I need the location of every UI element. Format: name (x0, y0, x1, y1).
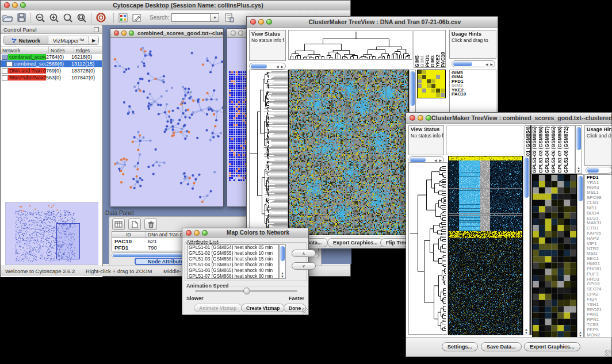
zoom-in-button[interactable] (47, 12, 61, 24)
column-header-network[interactable]: Network (1, 47, 49, 53)
scroll-arrows-icon[interactable]: ▲▼ (281, 271, 284, 278)
usage-hints-hscrollbar[interactable]: ◀ ▶ (452, 60, 495, 67)
column-label[interactable]: GIM4 (419, 55, 424, 67)
attribute-item[interactable]: GPL51-03 (GSM856) heat shock 15 min (189, 256, 278, 262)
treeview1-titlebar[interactable]: ClusterMaker TreeView : DNA and Tran 07-… (247, 17, 498, 28)
column-dendrogram[interactable] (288, 30, 412, 60)
row-label[interactable]: PAC10 (452, 92, 494, 96)
scrollbar-thumb[interactable] (410, 71, 415, 106)
resize-grip[interactable] (302, 308, 308, 314)
minimize-icon[interactable] (121, 30, 127, 36)
gene-label-list[interactable]: PFD1YRA1RNR4MSL1SPC98CLN1NIS1BUD4ELG1MAK… (584, 174, 612, 338)
tab-overflow-arrow[interactable]: ▶ (89, 36, 98, 44)
column-header-edges[interactable]: Edges (74, 47, 102, 53)
zoom-selected-button[interactable] (61, 12, 75, 24)
browser-icon[interactable] (223, 12, 236, 24)
tv2-column-labels[interactable]: GPL51-01 (GSM854)GPL51-02 (GSM855)GPL51-… (525, 125, 575, 174)
scroll-arrows-icon[interactable]: ▲▼ (577, 166, 580, 173)
column-label[interactable]: GPL51-07 (GSM868) (557, 127, 563, 173)
search-dropdown-icon[interactable]: ▼ (211, 13, 219, 22)
export-graphics-button[interactable]: Export Graphics... (327, 238, 384, 247)
zoom-window-icon[interactable] (266, 19, 272, 25)
new-attribute-button[interactable] (128, 219, 141, 230)
close-icon[interactable] (410, 115, 415, 121)
column-label[interactable]: PAC10 (440, 52, 445, 67)
row-dendrogram-canvas[interactable] (409, 163, 447, 334)
close-icon[interactable] (4, 2, 10, 8)
network-view-canvas[interactable] (110, 38, 223, 206)
column-label[interactable]: GPL51-02 (GSM855) (531, 127, 538, 173)
minimize-icon[interactable] (12, 2, 18, 8)
attribute-item[interactable]: GPL51-06 (GSM865) heat shock 40 min (189, 268, 278, 274)
network-row[interactable]: combined_sco2569(6)13112(15) (1, 60, 102, 67)
scroll-arrows-icon[interactable]: ◀ ▶ (276, 64, 285, 68)
attribute-item[interactable]: GPL51-02 (GSM855) heat shock 10 min (189, 251, 278, 256)
close-icon[interactable] (231, 30, 236, 36)
network-row[interactable]: combined_scores2764(0)16218(0) (1, 53, 102, 60)
zoom-window-icon[interactable] (20, 2, 26, 8)
attribute-item[interactable]: GPL51-07 (GSM868) heat shock 60 min (189, 274, 278, 279)
zoom-window-icon[interactable] (426, 115, 431, 121)
column-label[interactable]: GPL51-08 (GSM872) (563, 127, 569, 173)
zoom-window-icon[interactable] (129, 30, 134, 36)
attribute-list[interactable]: GPL51-01 (GSM854) heat shock 05 minGPL51… (187, 244, 279, 279)
tv1-column-labels[interactable]: GIM5GIM4PFD1GIM3YKE2PAC10 (414, 30, 446, 68)
search-input[interactable] (171, 13, 211, 22)
main-titlebar[interactable]: Cytoscape Desktop (Session Name: collins… (1, 1, 350, 10)
slider-thumb[interactable] (243, 288, 250, 294)
column-header-id[interactable]: ID (112, 232, 146, 237)
minimize-icon[interactable] (194, 230, 200, 236)
zoom-heatmap-canvas[interactable] (533, 175, 576, 338)
network-view-titlebar[interactable]: combined_scores_good.txt--cluste... (110, 29, 223, 38)
column-label[interactable]: GPL51-06 (GSM865) (550, 127, 557, 173)
global-heatmap[interactable] (288, 70, 409, 235)
scrollbar-thumb[interactable] (587, 168, 599, 173)
column-label-vscrollbar[interactable]: ▲▼ (575, 125, 582, 174)
zoom-fit-button[interactable] (75, 12, 89, 24)
usage-hints-hscrollbar[interactable] (586, 167, 612, 174)
save-data-button[interactable]: Save Data... (481, 342, 522, 351)
scrollbar-thumb[interactable] (576, 127, 581, 150)
tab-vizmapper[interactable]: VizMapper™ (48, 36, 89, 44)
column-label[interactable]: PFD1 (424, 55, 430, 67)
minimize-icon[interactable] (258, 19, 264, 25)
scrollbar-thumb[interactable] (251, 64, 267, 68)
open-file-button[interactable] (1, 12, 14, 24)
move-down-button[interactable]: ∨ (292, 262, 316, 270)
column-label[interactable]: GIM5 (414, 55, 419, 67)
close-icon[interactable] (250, 19, 256, 25)
close-icon[interactable] (114, 30, 119, 36)
heatmap-vscrollbar[interactable]: ▲▼ (523, 156, 530, 335)
column-dendrogram-canvas[interactable] (289, 30, 412, 59)
delete-attribute-button[interactable] (144, 219, 157, 230)
scrollbar-thumb[interactable] (578, 176, 583, 201)
minimize-icon[interactable] (418, 115, 423, 121)
column-label[interactable]: GIM3 (430, 55, 435, 67)
zoom-heatmap[interactable] (417, 70, 446, 98)
network-overview[interactable] (5, 202, 98, 265)
network-row[interactable]: RNAPuberNov2+563(0)107847(0) (1, 74, 102, 81)
column-header-nodes[interactable]: Nodes (49, 47, 74, 53)
attribute-table-button[interactable] (112, 219, 125, 230)
save-button[interactable] (14, 12, 28, 24)
scroll-arrows-icon[interactable]: ◀ ▶ (485, 62, 495, 66)
scrollbar-thumb[interactable] (453, 62, 472, 66)
treeview2-titlebar[interactable]: ClusterMaker TreeView : combined_scores_… (406, 113, 611, 124)
zoom-heatmap-canvas[interactable] (418, 70, 445, 98)
tab-network[interactable]: Network (4, 36, 48, 44)
scroll-arrows-icon[interactable]: ◀ ▶ (434, 158, 443, 162)
annotation-icon[interactable] (130, 12, 144, 24)
attribute-item[interactable]: GPL51-01 (GSM854) heat shock 05 min (189, 245, 278, 251)
global-heatmap-canvas[interactable] (449, 156, 522, 335)
vizmapper-icon[interactable] (116, 12, 130, 24)
attribute-item[interactable]: GPL51-04 (GSM857) heat shock 20 min (189, 262, 278, 268)
export-graphics-button[interactable]: Export Graphics... (524, 342, 580, 351)
global-heatmap-canvas[interactable] (289, 70, 408, 235)
help-icon[interactable] (94, 12, 108, 24)
network-row[interactable]: DNA and Tran 07769(0)183728(0) (1, 67, 102, 74)
row-dendrogram[interactable] (408, 162, 447, 335)
animate-vizmap-button[interactable]: Animate Vizmap (194, 304, 242, 312)
scrollbar-thumb[interactable] (410, 158, 426, 162)
move-up-button[interactable]: ∧ (292, 250, 316, 257)
global-heatmap[interactable] (448, 156, 523, 335)
